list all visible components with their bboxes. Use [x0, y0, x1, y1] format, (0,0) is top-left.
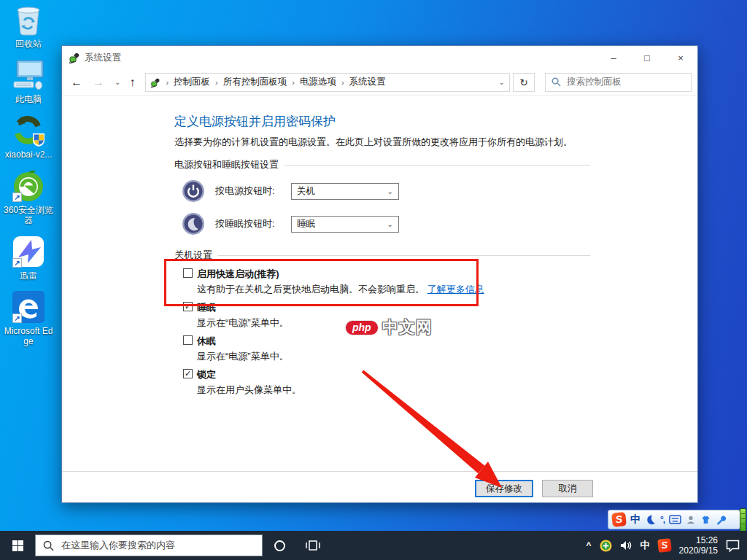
- maximize-button[interactable]: □: [630, 46, 664, 69]
- sogou-tray-icon[interactable]: S: [657, 538, 672, 553]
- forward-button[interactable]: →: [93, 76, 104, 89]
- address-dropdown-icon[interactable]: ⌄: [499, 78, 505, 86]
- sleep-action-value: 睡眠: [297, 218, 315, 230]
- power-button-row: 按电源按钮时: 关机 ⌄: [182, 179, 399, 203]
- history-dropdown-icon[interactable]: ⌄: [115, 78, 120, 86]
- section-label: 关机设置: [174, 249, 212, 262]
- sleep-checkbox[interactable]: ✓: [183, 302, 193, 311]
- section-label: 电源按钮和睡眠按钮设置: [174, 158, 279, 171]
- skin-shirt-icon[interactable]: [700, 515, 711, 525]
- section-power-buttons: 电源按钮和睡眠按钮设置: [174, 158, 590, 171]
- section-divider: [218, 255, 590, 256]
- minimize-button[interactable]: –: [597, 46, 630, 69]
- recycle-bin-icon: [12, 3, 45, 36]
- shortcut-arrow-icon: ↗: [12, 192, 22, 202]
- system-tray: ^ 中 S 15:26 2020/9/15: [587, 535, 747, 556]
- tools-wrench-icon[interactable]: [716, 515, 726, 525]
- cortana-button[interactable]: [263, 531, 296, 560]
- volume-icon[interactable]: [620, 540, 632, 551]
- shortcut-arrow-icon: ↗: [12, 258, 22, 268]
- desktop-icon-label: 360安全浏览器: [2, 205, 55, 225]
- desktop-icon-edge[interactable]: ↗ Microsoft Edge: [0, 290, 57, 346]
- window-title: 系统设置: [85, 52, 121, 64]
- desktop-icon-360-browser[interactable]: ↗ 360安全浏览器: [0, 169, 57, 225]
- title-bar[interactable]: 系统设置 – □ ×: [62, 46, 697, 69]
- page-title: 定义电源按钮并启用密码保护: [174, 113, 336, 130]
- sleep-button-icon: [182, 212, 205, 236]
- hibernate-checkbox[interactable]: [183, 335, 193, 345]
- power-action-select[interactable]: 关机 ⌄: [291, 183, 399, 200]
- lock-checkbox[interactable]: ✓: [183, 369, 193, 378]
- footer-buttons: 保存修改 取消: [475, 480, 593, 497]
- sleep-action-select[interactable]: 睡眠 ⌄: [291, 216, 399, 233]
- desktop-icon-label: Microsoft Edge: [2, 326, 55, 346]
- power-options-app-icon: [150, 77, 160, 88]
- power-button-label: 按电源按钮时:: [215, 184, 282, 198]
- edge-icon: ↗: [12, 290, 45, 324]
- clock-time: 15:26: [679, 535, 718, 545]
- taskbar-search-box[interactable]: 在这里输入你要搜索的内容: [35, 534, 263, 556]
- learn-more-link[interactable]: 了解更多信息: [427, 284, 484, 295]
- ime-mode-chinese[interactable]: 中: [630, 513, 640, 526]
- breadcrumb-all-items[interactable]: 所有控制面板项: [223, 76, 287, 88]
- control-panel-search-box[interactable]: 搜索控制面板: [545, 73, 692, 92]
- desktop-icon-xiaobai[interactable]: xiaobai-v2...: [0, 114, 57, 160]
- option-label[interactable]: 启用快速启动(推荐): [197, 268, 279, 281]
- desktop-icon-label: 回收站: [15, 39, 42, 49]
- fullwidth-moon-icon[interactable]: [645, 514, 656, 525]
- option-fast-startup: 启用快速启动(推荐) 这有助于在关机之后更快地启动电脑。不会影响重启。 了解更多…: [183, 268, 526, 296]
- 360-tray-icon[interactable]: [600, 540, 612, 552]
- option-label[interactable]: 锁定: [197, 368, 216, 381]
- chevron-separator-icon: ›: [215, 78, 218, 87]
- soft-keyboard-icon[interactable]: [669, 515, 681, 524]
- breadcrumb-power-options[interactable]: 电源选项: [300, 76, 336, 88]
- chevron-separator-icon: ›: [341, 78, 344, 87]
- refresh-button[interactable]: ↻: [513, 73, 535, 92]
- taskbar-clock[interactable]: 15:26 2020/9/15: [679, 535, 718, 556]
- cancel-button[interactable]: 取消: [542, 480, 593, 497]
- chevron-separator-icon: ›: [292, 78, 295, 87]
- desktop-background: 回收站 此电脑: [0, 0, 747, 560]
- ime-indicator[interactable]: 中: [640, 539, 650, 552]
- page-content: 定义电源按钮并启用密码保护 选择要为你的计算机设置的电源设置。在此页上对设置所做…: [62, 96, 697, 478]
- option-label[interactable]: 休眠: [197, 335, 216, 348]
- back-button[interactable]: ←: [71, 76, 82, 89]
- start-button[interactable]: [0, 531, 35, 560]
- save-changes-button[interactable]: 保存修改: [475, 480, 533, 497]
- desktop-icon-label: 迅雷: [20, 271, 37, 281]
- desktop-icon-thunder[interactable]: ↗ 迅雷: [0, 235, 57, 281]
- search-placeholder: 搜索控制面板: [567, 76, 622, 88]
- desktop-icon-this-pc[interactable]: 此电脑: [0, 58, 57, 104]
- option-label[interactable]: 睡眠: [197, 301, 216, 314]
- address-bar[interactable]: › 控制面板 › 所有控制面板项 › 电源选项 › 系统设置 ⌄: [145, 73, 510, 92]
- task-view-button[interactable]: [296, 531, 330, 560]
- option-desc-text: 这有助于在关机之后更快地启动电脑。不会影响重启。: [197, 284, 425, 295]
- chevron-separator-icon: ›: [166, 78, 169, 87]
- power-button-icon: [182, 179, 205, 203]
- fast-startup-checkbox[interactable]: [183, 268, 193, 278]
- desktop-icon-recycle-bin[interactable]: 回收站: [0, 3, 57, 49]
- sogou-logo-icon[interactable]: S: [611, 512, 627, 527]
- option-description: 显示在“电源”菜单中。: [197, 350, 526, 363]
- windows-logo-icon: [12, 540, 23, 551]
- sogou-ime-bar[interactable]: S 中 °,: [608, 510, 740, 529]
- sleep-button-row: 按睡眠按钮时: 睡眠 ⌄: [182, 211, 399, 236]
- navigation-bar: ← → ⌄ ↑ › 控制面板 › 所有控制面板项 › 电源选项 › 系统设置 ⌄: [62, 69, 697, 96]
- tray-expand-icon[interactable]: ^: [587, 540, 592, 551]
- power-options-app-icon: [69, 52, 80, 63]
- option-hibernate: 休眠 显示在“电源”菜单中。: [183, 335, 526, 363]
- breadcrumb-control-panel[interactable]: 控制面板: [174, 76, 210, 88]
- shutdown-options: 启用快速启动(推荐) 这有助于在关机之后更快地启动电脑。不会影响重启。 了解更多…: [183, 268, 526, 402]
- chevron-down-icon: ⌄: [387, 187, 393, 195]
- desktop-icon-label: xiaobai-v2...: [5, 149, 53, 160]
- power-action-value: 关机: [297, 185, 315, 198]
- action-center-icon[interactable]: [726, 540, 740, 552]
- up-button[interactable]: ↑: [129, 76, 135, 89]
- account-icon[interactable]: [686, 515, 696, 525]
- footer-divider: [62, 471, 697, 472]
- taskbar: 在这里输入你要搜索的内容 ^ 中 S: [0, 531, 747, 560]
- punctuation-mode-icon[interactable]: °,: [660, 515, 665, 525]
- close-button[interactable]: ×: [664, 46, 697, 69]
- shortcut-arrow-icon: ↗: [12, 314, 22, 323]
- breadcrumb-system-settings[interactable]: 系统设置: [349, 76, 386, 88]
